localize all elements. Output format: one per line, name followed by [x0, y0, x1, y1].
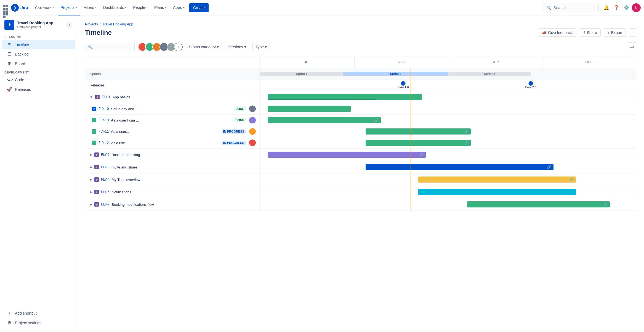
epic-fly2-label: ▶ ⚡ FLY-2 Basic trip booking: [85, 149, 260, 161]
export-button[interactable]: ↑ Export: [604, 28, 626, 37]
status-badge: DONE: [234, 118, 246, 122]
project-icon: ✈: [4, 20, 14, 30]
expand-icon[interactable]: ▶: [90, 190, 92, 194]
nav-plans[interactable]: Plans ▾: [151, 0, 169, 15]
project-type: Software project: [17, 25, 53, 29]
filter-settings-button[interactable]: ⇌: [628, 42, 636, 51]
sidebar-item-board[interactable]: ⊞ Board: [2, 59, 75, 68]
expand-icon[interactable]: ▶: [90, 178, 92, 181]
fly7-bar[interactable]: 🔗: [467, 201, 610, 207]
story-type-icon: ↑: [92, 118, 96, 122]
project-settings-button[interactable]: ⚙ Project settings: [2, 318, 75, 328]
status-badge: IN PROGRESS: [222, 129, 246, 134]
nav-people[interactable]: People ▾: [130, 0, 150, 15]
issue-title: As a user I can ...: [111, 118, 231, 122]
nav-dashboards[interactable]: Dashboards ▾: [100, 0, 129, 15]
releases-gantt: Beta 1.0 Beta 2.0: [260, 80, 636, 91]
sprints-label: Sprints: [90, 72, 101, 76]
project-header: ✈ Travel Booking App Software project ‹: [0, 15, 77, 33]
expand-icon[interactable]: ▶: [90, 202, 92, 206]
epic-fly4-gantt: 🔗: [260, 173, 636, 186]
breadcrumb-separator: /: [100, 22, 101, 26]
epic-fly2-row: ▶ ⚡ FLY-2 Basic trip booking 🔗: [85, 149, 636, 161]
nav-projects[interactable]: Projects ▾: [58, 0, 80, 15]
epic-fly1-row: ▼ ⚡ FLY-1 App basics: [85, 91, 636, 103]
settings-button[interactable]: ⚙️: [622, 3, 631, 12]
add-shortcut-button[interactable]: + Add shortcut: [2, 309, 75, 318]
breadcrumb-project-link[interactable]: Travel Booking App: [102, 22, 133, 26]
page-title: Timeline: [85, 29, 538, 36]
fly12-bar[interactable]: 🔗: [366, 140, 471, 146]
nav-icons: 🔔 ❓ ⚙️ U: [602, 3, 641, 12]
nav-filters[interactable]: Filters ▾: [81, 0, 99, 15]
breadcrumb-projects-link[interactable]: Projects: [85, 22, 98, 26]
sidebar-item-timeline[interactable]: ≡ Timeline: [2, 40, 75, 49]
issue-title: As a use...: [111, 141, 219, 145]
fly4-bar[interactable]: 🔗: [418, 176, 576, 183]
grid-menu-icon[interactable]: [3, 5, 9, 10]
issue-fly11-row: ↑ FLY-11 As a user... IN PROGRESS 🔗: [85, 126, 636, 137]
sidebar: ✈ Travel Booking App Software project ‹ …: [0, 15, 77, 332]
collapse-sidebar-button[interactable]: ‹: [66, 22, 73, 28]
expand-icon[interactable]: ▶: [90, 165, 92, 169]
sidebar-item-backlog[interactable]: ☰ Backlog: [2, 49, 75, 59]
chevron-down-icon: ▾: [217, 45, 219, 49]
more-actions-button[interactable]: ···: [629, 28, 636, 37]
breadcrumb: Projects / Travel Booking App: [85, 22, 636, 26]
epic-fly3-gantt: 🔗: [260, 161, 636, 173]
create-button[interactable]: Create: [189, 3, 209, 12]
beta1-label: Beta 1.0: [398, 86, 409, 89]
top-navigation: Jira Your work ▾ Projects ▾ Filters ▾ Da…: [0, 0, 644, 15]
nav-apps[interactable]: Apps ▾: [170, 0, 187, 15]
beta2-dot: [529, 81, 533, 86]
today-line: [411, 198, 411, 210]
search-input[interactable]: [553, 6, 592, 10]
search-icon: 🔍: [547, 6, 551, 10]
epic-fly1-bar[interactable]: [268, 94, 422, 100]
give-feedback-button[interactable]: 📣 Give feedback: [538, 28, 576, 37]
user-avatar[interactable]: U: [632, 3, 641, 12]
sidebar-bottom: + Add shortcut ⚙ Project settings: [0, 304, 77, 328]
status-category-filter[interactable]: Status category ▾: [186, 43, 222, 51]
issue-fly10-gantt: [260, 103, 636, 114]
jira-logo[interactable]: Jira: [11, 4, 28, 12]
main-layout: ✈ Travel Booking App Software project ‹ …: [0, 15, 644, 332]
search-box[interactable]: 🔍: [544, 4, 599, 12]
filter-search-input[interactable]: [94, 45, 133, 49]
filter-search-box[interactable]: 🔍: [85, 43, 135, 51]
releases-icon: 🚀: [7, 87, 12, 92]
share-button[interactable]: ⤴ Share: [580, 28, 601, 37]
issue-title: Booking modifications flow: [112, 202, 256, 207]
issue-key: FLY-13: [99, 118, 109, 122]
issue-key: FLY-12: [99, 141, 109, 145]
fly5-bar[interactable]: [418, 189, 576, 195]
share-icon: ⤴: [583, 30, 585, 35]
fly11-bar[interactable]: 🔗: [366, 128, 471, 135]
timeline-column-headers: JUL AUG SEP OCT: [85, 56, 636, 68]
add-shortcut-icon: +: [7, 311, 12, 316]
fly13-bar[interactable]: 🔗: [268, 117, 380, 123]
today-line: [411, 80, 411, 91]
expand-icon[interactable]: ▼: [90, 95, 93, 99]
notifications-button[interactable]: 🔔: [602, 3, 611, 12]
add-avatar-button[interactable]: +: [174, 43, 183, 51]
today-line: [411, 161, 411, 173]
epic-fly4-row: ▶ ⚡ FLY-4 My Trips overview 🔗: [85, 173, 636, 186]
expand-icon[interactable]: ▶: [90, 153, 92, 157]
versions-filter[interactable]: Versions ▾: [225, 43, 249, 51]
help-button[interactable]: ❓: [612, 3, 621, 12]
sidebar-item-code[interactable]: </> Code: [2, 75, 75, 85]
today-line: [411, 149, 411, 161]
fly2-bar[interactable]: 🔗: [268, 152, 426, 158]
assignee-avatar: [249, 139, 256, 146]
fly3-bar[interactable]: 🔗: [366, 164, 553, 170]
beta2-label: Beta 2.0: [525, 86, 536, 89]
issue-fly13-label: ↑ FLY-13 As a user I can ... DONE: [85, 115, 260, 126]
issue-title: Notifications: [112, 190, 256, 194]
nav-your-work[interactable]: Your work ▾: [31, 0, 57, 15]
type-filter[interactable]: Type ▾: [252, 43, 270, 51]
sidebar-item-releases[interactable]: 🚀 Releases: [2, 85, 75, 94]
fly10-bar[interactable]: [268, 106, 350, 112]
issue-key: FLY-10: [99, 107, 109, 111]
project-info: Travel Booking App Software project: [17, 21, 53, 29]
